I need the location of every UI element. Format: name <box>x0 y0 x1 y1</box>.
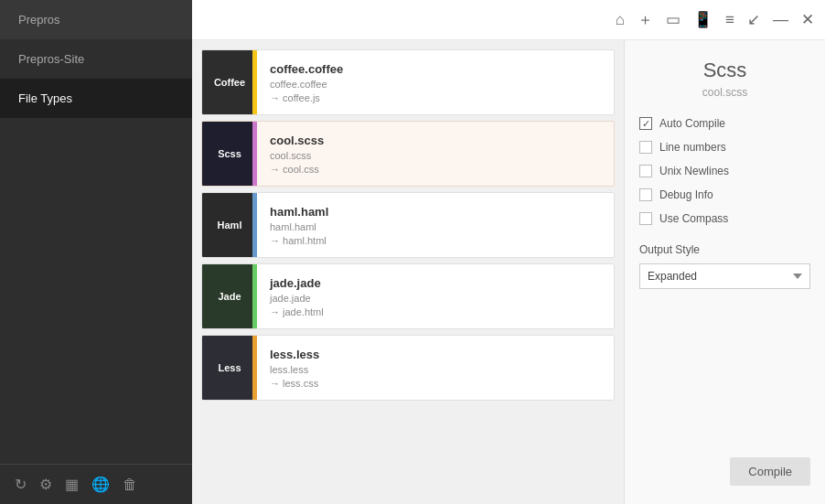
option-row-unix-newlines: Unix Newlines <box>639 165 810 177</box>
sidebar-footer: ↻ ⚙ ▦ 🌐 🗑 <box>0 464 192 504</box>
refresh-icon[interactable]: ↻ <box>15 476 27 493</box>
file-name-jade: jade.jade <box>270 276 324 290</box>
sidebar-item-prepros[interactable]: Prepros <box>0 0 192 39</box>
option-row-use-compass: Use Compass <box>639 212 810 225</box>
file-output-haml: haml.html <box>270 235 328 246</box>
arrow-down-icon[interactable]: ↙ <box>747 10 760 29</box>
file-item-less[interactable]: Less less.less less.less less.css <box>201 335 615 401</box>
checkbox-debug-info[interactable] <box>639 188 652 201</box>
app-body: Coffee coffee.coffee coffee.coffee coffe… <box>192 40 825 504</box>
option-label-use-compass: Use Compass <box>659 212 728 225</box>
options-container: ✓ Auto Compile Line numbers Unix Newline… <box>639 117 810 236</box>
file-output-jade: jade.html <box>270 306 324 317</box>
file-thumb-label: Haml <box>218 220 242 231</box>
file-info-scss: cool.scss cool.scss cool.css <box>257 124 337 184</box>
option-row-debug-info: Debug Info <box>639 188 810 201</box>
file-source-jade: jade.jade <box>270 293 324 304</box>
file-output-coffee: coffee.js <box>270 92 343 103</box>
file-name-coffee: coffee.coffee <box>270 62 343 76</box>
globe-icon[interactable]: 🌐 <box>91 476 110 493</box>
file-thumb-label: Coffee <box>214 77 245 88</box>
file-name-less: less.less <box>270 348 319 361</box>
sidebar-item-file-types[interactable]: File Types <box>0 79 192 118</box>
sidebar-item-prepros-site[interactable]: Prepros-Site <box>0 39 192 79</box>
file-source-coffee: coffee.coffee <box>270 79 343 90</box>
chrome-bar: ⌂ ＋ ▭ 📱 ≡ ↙ — ✕ <box>192 0 825 40</box>
minimize-icon[interactable]: — <box>773 11 788 29</box>
file-thumb-scss: Scss <box>202 122 257 186</box>
file-list: Coffee coffee.coffee coffee.coffee coffe… <box>192 40 624 504</box>
option-row-line-numbers: Line numbers <box>639 141 810 154</box>
file-info-coffee: coffee.coffee coffee.coffee coffee.js <box>257 53 356 113</box>
menu-icon[interactable]: ≡ <box>725 11 734 29</box>
file-thumb-less: Less <box>202 336 257 400</box>
file-item-haml[interactable]: Haml haml.haml haml.haml haml.html <box>201 192 615 258</box>
file-thumb-label: Less <box>218 362 241 373</box>
file-bar-jade <box>252 264 257 328</box>
file-source-less: less.less <box>270 364 319 375</box>
home-icon[interactable]: ⌂ <box>616 11 625 29</box>
right-panel: Scss cool.scss ✓ Auto Compile Line numbe… <box>624 40 825 504</box>
file-item-jade[interactable]: Jade jade.jade jade.jade jade.html <box>201 263 615 329</box>
file-bar-less <box>252 336 257 400</box>
checkbox-unix-newlines[interactable] <box>639 165 652 177</box>
checkmark-${opt.id}: ✓ <box>642 118 650 130</box>
compile-button[interactable]: Compile <box>730 457 810 486</box>
image-icon[interactable]: ▦ <box>65 476 79 493</box>
option-label-auto-compile: Auto Compile <box>659 117 725 130</box>
option-label-unix-newlines: Unix Newlines <box>659 165 729 177</box>
file-info-haml: haml.haml haml.haml haml.html <box>257 196 341 255</box>
file-info-less: less.less less.less less.css <box>257 338 332 398</box>
option-label-debug-info: Debug Info <box>659 188 713 201</box>
checkbox-auto-compile[interactable]: ✓ <box>639 117 652 130</box>
settings-icon[interactable]: ⚙ <box>39 476 52 493</box>
output-style-select[interactable]: ExpandedNestedCompactCompressed <box>639 263 810 289</box>
checkbox-line-numbers[interactable] <box>639 141 652 154</box>
file-info-jade: jade.jade jade.jade jade.html <box>257 267 337 327</box>
file-thumb-jade: Jade <box>202 264 257 328</box>
add-icon[interactable]: ＋ <box>638 9 653 30</box>
option-label-line-numbers: Line numbers <box>659 141 726 154</box>
panel-subtitle: cool.scss <box>639 86 810 99</box>
option-row-auto-compile: ✓ Auto Compile <box>639 117 810 130</box>
file-thumb-label: Jade <box>218 291 241 302</box>
file-output-less: less.css <box>270 378 319 389</box>
file-source-scss: cool.scss <box>270 150 324 161</box>
file-source-haml: haml.haml <box>270 221 328 232</box>
file-output-scss: cool.css <box>270 164 324 175</box>
file-item-coffee[interactable]: Coffee coffee.coffee coffee.coffee coffe… <box>201 49 615 115</box>
file-bar-coffee <box>252 50 257 114</box>
file-name-haml: haml.haml <box>270 205 328 219</box>
file-thumb-label: Scss <box>218 148 241 159</box>
file-name-scss: cool.scss <box>270 134 324 147</box>
file-thumb-coffee: Coffee <box>202 50 257 114</box>
checkbox-use-compass[interactable] <box>639 212 652 225</box>
tablet-icon[interactable]: ▭ <box>666 10 680 29</box>
sidebar: Prepros Prepros-Site File Types ↻ ⚙ ▦ 🌐 … <box>0 0 192 504</box>
trash-icon[interactable]: 🗑 <box>123 477 137 493</box>
output-style-label: Output Style <box>639 243 810 256</box>
file-bar-scss <box>252 122 257 186</box>
file-bar-haml <box>252 193 257 257</box>
file-item-scss[interactable]: Scss cool.scss cool.scss cool.css <box>201 121 615 187</box>
close-icon[interactable]: ✕ <box>801 10 814 29</box>
file-thumb-haml: Haml <box>202 193 257 257</box>
phone-icon[interactable]: 📱 <box>693 10 712 29</box>
app-wrapper: ⌂ ＋ ▭ 📱 ≡ ↙ — ✕ Coffee coffee.coffee cof… <box>192 0 825 504</box>
panel-title: Scss <box>639 59 810 82</box>
